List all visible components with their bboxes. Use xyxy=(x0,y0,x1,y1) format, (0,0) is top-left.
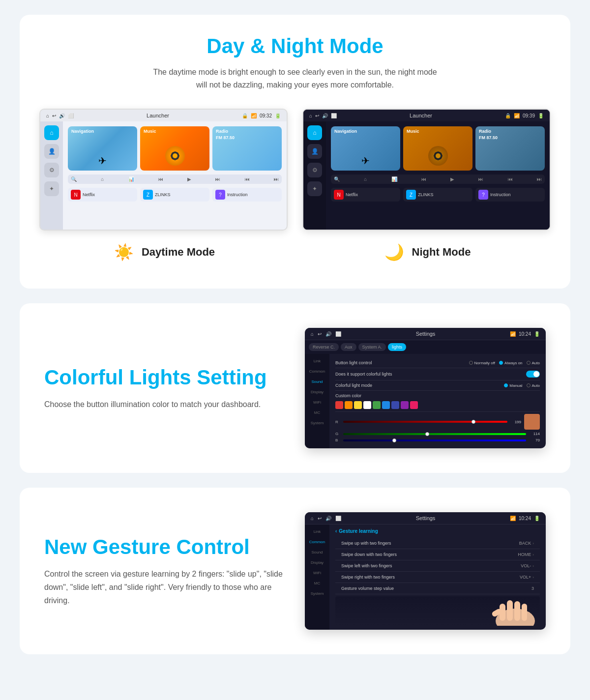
gesture-sidebar-link[interactable]: Link xyxy=(307,527,327,536)
sidebar-wifi[interactable]: WiFi xyxy=(307,398,327,407)
svg-rect-4 xyxy=(522,604,527,621)
swatch-white[interactable] xyxy=(363,401,371,409)
screen-icon: ⬜ xyxy=(68,113,74,118)
gesture-sidebar-wifi[interactable]: WiFi xyxy=(307,569,327,577)
home-btn-day[interactable]: ⌂ xyxy=(101,176,104,182)
sidebar-home-night[interactable]: ⌂ xyxy=(307,125,322,140)
opt-auto[interactable]: Auto xyxy=(527,361,540,365)
lights-settings-tabs: Reverse C. Aux System A. lights xyxy=(305,340,546,354)
gesture-action-4: Gesture volume step value xyxy=(341,586,394,591)
opt-auto2[interactable]: Auto xyxy=(527,383,540,388)
sidebar-home-day[interactable]: ⌂ xyxy=(44,125,59,140)
tab-aux[interactable]: Aux xyxy=(341,343,356,351)
gesture-sidebar-display[interactable]: Display xyxy=(307,558,327,567)
nighttime-sidebar: ⌂ 👤 ⚙ ✦ xyxy=(303,121,326,230)
tab-lights[interactable]: lights xyxy=(388,343,406,351)
sidebar-display[interactable]: Display xyxy=(307,388,327,396)
swatch-indigo[interactable] xyxy=(391,401,399,409)
r-label: R xyxy=(335,420,340,424)
daytime-app-list: N Netflix Z ZLINKS ? Instruction xyxy=(68,188,282,202)
opt-always-on[interactable]: Always on xyxy=(499,361,522,365)
gesture-sidebar-system[interactable]: System xyxy=(307,589,327,598)
next2-btn-night[interactable]: ⏭ xyxy=(537,176,542,182)
sidebar-common[interactable]: Common xyxy=(307,367,327,376)
nav-icon-day: ✈ xyxy=(98,155,107,167)
r-thumb xyxy=(472,420,475,424)
gesture-result-4: 3 xyxy=(531,586,534,591)
nighttime-mode-label: 🌙 Night Mode xyxy=(383,240,471,264)
sidebar-sound[interactable]: Sound xyxy=(307,378,327,386)
tab-reverse[interactable]: Reverse C. xyxy=(309,343,339,351)
swatch-green[interactable] xyxy=(373,401,381,409)
swatch-purple[interactable] xyxy=(401,401,409,409)
gesture-settings-title: Settings xyxy=(416,515,436,521)
prev-btn-day[interactable]: ⏮ xyxy=(158,176,163,182)
b-slider[interactable] xyxy=(343,439,526,441)
search-btn-day[interactable]: 🔍 xyxy=(71,176,77,182)
chevron-left-icon: ‹ xyxy=(335,528,337,534)
sidebar-link[interactable]: Link xyxy=(307,357,327,365)
prev-btn-night[interactable]: ⏮ xyxy=(421,176,426,182)
swatch-yellow[interactable] xyxy=(354,401,362,409)
g-label: G xyxy=(335,432,340,436)
music-label-night: Music xyxy=(407,129,419,134)
swatch-pink[interactable] xyxy=(410,401,418,409)
vinyl-center-day xyxy=(173,153,177,158)
gesture-sidebar-mc[interactable]: MC xyxy=(307,579,327,587)
sidebar-apps-day[interactable]: ✦ xyxy=(44,181,59,196)
gesture-sidebar-common[interactable]: Common xyxy=(307,538,327,546)
gesture-time: 10:24 xyxy=(519,516,531,521)
opt-manual[interactable]: Manual xyxy=(504,383,522,388)
swatch-red[interactable] xyxy=(335,401,343,409)
sidebar-mc[interactable]: MC xyxy=(307,408,327,417)
nighttime-column: ⌂ ↩ 🔊 ⬜ Launcher 🔒 📶 09:39 🔋 xyxy=(302,109,551,264)
gesture-wifi-icon: 📶 xyxy=(510,516,516,521)
sidebar-settings-day[interactable]: ⚙ xyxy=(44,163,59,177)
swatch-blue[interactable] xyxy=(382,401,390,409)
chart-btn-night[interactable]: 📊 xyxy=(391,176,397,182)
lights-settings-topbar: ⌂ ↩ 🔊 ⬜ Settings 📶 10:24 🔋 xyxy=(305,328,546,340)
gesture-learning-header: ‹ Gesture learning xyxy=(335,528,540,534)
button-light-row: Button light control Normally off Always… xyxy=(335,358,540,368)
sidebar-settings-night[interactable]: ⚙ xyxy=(307,163,322,177)
sidebar-users-day[interactable]: 👤 xyxy=(44,144,59,159)
gesture-hand-area xyxy=(335,596,540,626)
sidebar-system[interactable]: System xyxy=(307,419,327,427)
search-btn-night[interactable]: 🔍 xyxy=(334,176,340,182)
daytime-main: Navigation ✈ Music xyxy=(63,121,287,230)
gesture-sidebar-sound[interactable]: Sound xyxy=(307,548,327,556)
custom-color-row: Custom color xyxy=(335,391,540,412)
nav-tile-day: Navigation ✈ xyxy=(68,126,137,171)
gesture-result-0: BACK › xyxy=(519,541,534,546)
play-btn-day[interactable]: ▶ xyxy=(187,176,191,182)
sidebar-apps-night[interactable]: ✦ xyxy=(307,181,322,196)
home-btn-night[interactable]: ⌂ xyxy=(364,176,367,182)
opt-normally-off[interactable]: Normally off xyxy=(469,361,496,365)
prev2-btn-night[interactable]: ⏮ xyxy=(508,176,513,182)
b-value: 70 xyxy=(529,438,540,442)
play-btn-night[interactable]: ▶ xyxy=(450,176,454,182)
gesture-result-3: VOL+ › xyxy=(520,575,534,580)
next-btn-night[interactable]: ⏭ xyxy=(478,176,483,182)
r-slider[interactable] xyxy=(343,421,507,423)
netflix-icon-day: N xyxy=(71,190,81,200)
opt-normally-off-label: Normally off xyxy=(474,361,496,365)
music-tile-day: Music xyxy=(140,126,209,171)
next2-btn-day[interactable]: ⏭ xyxy=(274,176,279,182)
tab-system[interactable]: System A. xyxy=(358,343,386,351)
gesture-section: New Gesture Control Control the screen v… xyxy=(20,488,570,654)
gesture-settings-topbar: ⌂ ↩ 🔊 ⬜ Settings 📶 10:24 🔋 xyxy=(305,512,546,525)
prev2-btn-day[interactable]: ⏮ xyxy=(245,176,250,182)
gesture-text: New Gesture Control Control the screen v… xyxy=(44,535,285,608)
next-btn-day[interactable]: ⏭ xyxy=(215,176,220,182)
gesture-row-3: Swipe right with two fingers VOL+ › xyxy=(335,572,540,583)
daytime-sidebar: ⌂ 👤 ⚙ ✦ xyxy=(40,121,63,230)
colorful-support-toggle[interactable] xyxy=(526,371,540,378)
music-label-day: Music xyxy=(144,129,156,134)
g-slider[interactable] xyxy=(343,433,526,435)
zlinks-label-day: ZLINKS xyxy=(155,192,171,197)
gesture-desc: Control the screen via gesture learning … xyxy=(44,567,285,608)
sidebar-users-night[interactable]: 👤 xyxy=(307,144,322,159)
swatch-orange[interactable] xyxy=(345,401,353,409)
chart-btn-day[interactable]: 📊 xyxy=(128,176,134,182)
